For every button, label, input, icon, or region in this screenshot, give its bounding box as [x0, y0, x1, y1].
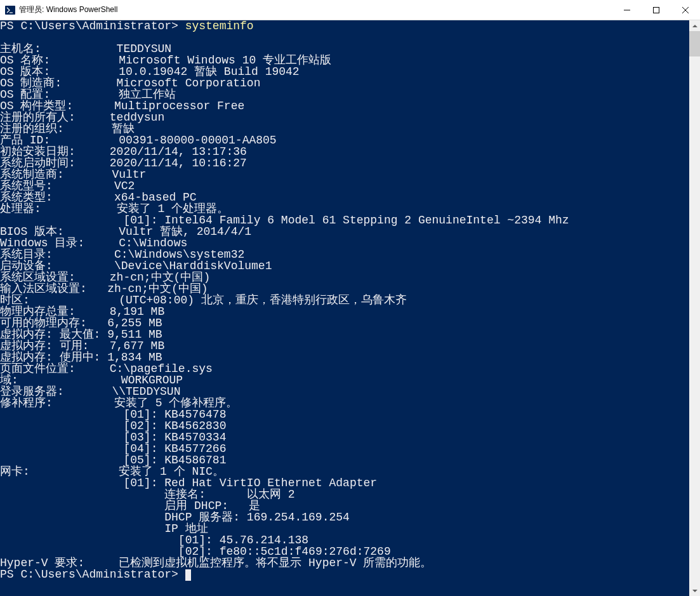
systeminfo-line: 网卡: 安装了 1 个 NIC。	[0, 466, 689, 477]
systeminfo-line: 修补程序: 安装了 5 个修补程序。	[0, 397, 689, 409]
systeminfo-line: 可用的物理内存: 6,255 MB	[0, 317, 689, 329]
systeminfo-line: [03]: KB4570334	[0, 432, 689, 443]
systeminfo-line: Hyper-V 要求: 已检测到虚拟机监控程序。将不显示 Hyper-V 所需的…	[0, 557, 689, 569]
systeminfo-line: OS 配置: 独立工作站	[0, 89, 689, 100]
systeminfo-line: DHCP 服务器: 169.254.169.254	[0, 512, 689, 523]
systeminfo-line: 注册的所有人: teddysun	[0, 112, 689, 123]
window-controls	[612, 0, 700, 20]
systeminfo-line: [02]: fe80::5c1d:f469:276d:7269	[0, 546, 689, 557]
systeminfo-line: [01]: KB4576478	[0, 409, 689, 420]
systeminfo-line: 登录服务器: \\TEDDYSUN	[0, 386, 689, 397]
systeminfo-line: 初始安装日期: 2020/11/14, 13:17:36	[0, 146, 689, 157]
terminal-output[interactable]: PS C:\Users\Administrator> systeminfo 主机…	[0, 20, 689, 596]
systeminfo-line: 系统区域设置: zh-cn;中文(中国)	[0, 272, 689, 283]
titlebar[interactable]: 管理员: Windows PowerShell	[0, 0, 700, 20]
systeminfo-line: 产品 ID: 00391-80000-00001-AA805	[0, 135, 689, 146]
powershell-icon	[5, 5, 15, 15]
systeminfo-line: 注册的组织: 暂缺	[0, 123, 689, 135]
minimize-button[interactable]	[612, 0, 642, 20]
scroll-up-arrow[interactable]	[689, 20, 700, 31]
systeminfo-line: 主机名: TEDDYSUN	[0, 43, 689, 55]
systeminfo-line: 系统制造商: Vultr	[0, 169, 689, 180]
scroll-thumb[interactable]	[689, 31, 700, 56]
systeminfo-line: Windows 目录: C:\Windows	[0, 237, 689, 249]
systeminfo-line: [04]: KB4577266	[0, 443, 689, 454]
systeminfo-line: 物理内存总量: 8,191 MB	[0, 306, 689, 317]
scroll-track[interactable]	[689, 31, 700, 585]
systeminfo-line: [02]: KB4562830	[0, 420, 689, 432]
systeminfo-line: [01]: 45.76.214.138	[0, 534, 689, 546]
systeminfo-line: 处理器: 安装了 1 个处理器。	[0, 203, 689, 215]
systeminfo-line: 虚拟内存: 可用: 7,677 MB	[0, 340, 689, 352]
systeminfo-line: 域: WORKGROUP	[0, 374, 689, 386]
close-button[interactable]	[671, 0, 700, 20]
systeminfo-line: 时区: (UTC+08:00) 北京，重庆，香港特别行政区，乌鲁木齐	[0, 295, 689, 306]
systeminfo-line: 启用 DHCP: 是	[0, 500, 689, 512]
systeminfo-line: BIOS 版本: Vultr 暂缺, 2014/4/1	[0, 226, 689, 237]
vertical-scrollbar[interactable]	[689, 20, 700, 596]
window-title: 管理员: Windows PowerShell	[19, 4, 612, 15]
systeminfo-line: IP 地址	[0, 523, 689, 534]
maximize-button[interactable]	[642, 0, 671, 20]
prompt-line: PS C:\Users\Administrator> systeminfo	[0, 20, 689, 32]
svg-rect-0	[5, 6, 15, 15]
systeminfo-line: 系统类型: x64-based PC	[0, 192, 689, 203]
prompt-line: PS C:\Users\Administrator>	[0, 569, 689, 581]
systeminfo-line: [05]: KB4586781	[0, 454, 689, 466]
systeminfo-line: OS 构件类型: Multiprocessor Free	[0, 100, 689, 112]
scroll-down-arrow[interactable]	[689, 585, 700, 596]
systeminfo-line: OS 版本: 10.0.19042 暂缺 Build 19042	[0, 66, 689, 77]
svg-rect-3	[654, 7, 659, 13]
systeminfo-line: 输入法区域设置: zh-cn;中文(中国)	[0, 283, 689, 295]
systeminfo-line: 虚拟内存: 使用中: 1,834 MB	[0, 352, 689, 363]
systeminfo-line: 系统目录: C:\Windows\system32	[0, 249, 689, 260]
systeminfo-line: 虚拟内存: 最大值: 9,511 MB	[0, 329, 689, 340]
systeminfo-line: 连接名: 以太网 2	[0, 489, 689, 500]
cursor	[185, 569, 191, 581]
systeminfo-line: 启动设备: \Device\HarddiskVolume1	[0, 260, 689, 272]
systeminfo-line: 页面文件位置: C:\pagefile.sys	[0, 363, 689, 374]
systeminfo-line: 系统型号: VC2	[0, 180, 689, 192]
systeminfo-line: [01]: Red Hat VirtIO Ethernet Adapter	[0, 477, 689, 489]
systeminfo-line: 系统启动时间: 2020/11/14, 10:16:27	[0, 157, 689, 169]
console-area: PS C:\Users\Administrator> systeminfo 主机…	[0, 20, 700, 596]
systeminfo-line: OS 名称: Microsoft Windows 10 专业工作站版	[0, 55, 689, 66]
systeminfo-line: [01]: Intel64 Family 6 Model 61 Stepping…	[0, 215, 689, 226]
systeminfo-line: OS 制造商: Microsoft Corporation	[0, 77, 689, 89]
blank-line	[0, 32, 689, 43]
